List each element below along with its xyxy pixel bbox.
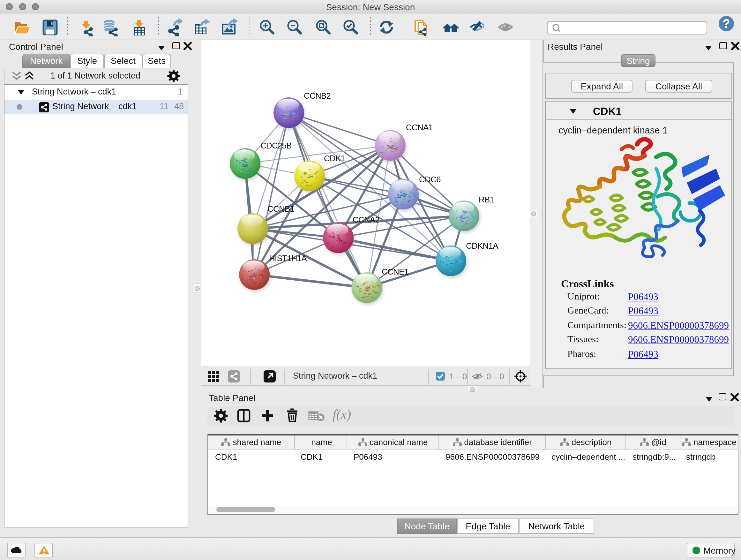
- svg-text:CDK1: CDK1: [324, 153, 345, 163]
- svg-text:CCNB2: CCNB2: [304, 91, 331, 101]
- svg-text:HIST1H1A: HIST1H1A: [269, 253, 307, 263]
- svg-text:CCNA2: CCNA2: [353, 215, 380, 225]
- svg-text:CDC25B: CDC25B: [260, 141, 292, 150]
- svg-text:RB1: RB1: [479, 195, 494, 204]
- svg-text:CCNB1: CCNB1: [267, 204, 294, 213]
- svg-text:CCNA1: CCNA1: [406, 123, 433, 132]
- svg-text:CDKN1A: CDKN1A: [466, 241, 498, 251]
- svg-text:?: ?: [723, 17, 730, 30]
- svg-text:CCNE1: CCNE1: [382, 267, 408, 276]
- svg-text:CDC6: CDC6: [419, 175, 441, 184]
